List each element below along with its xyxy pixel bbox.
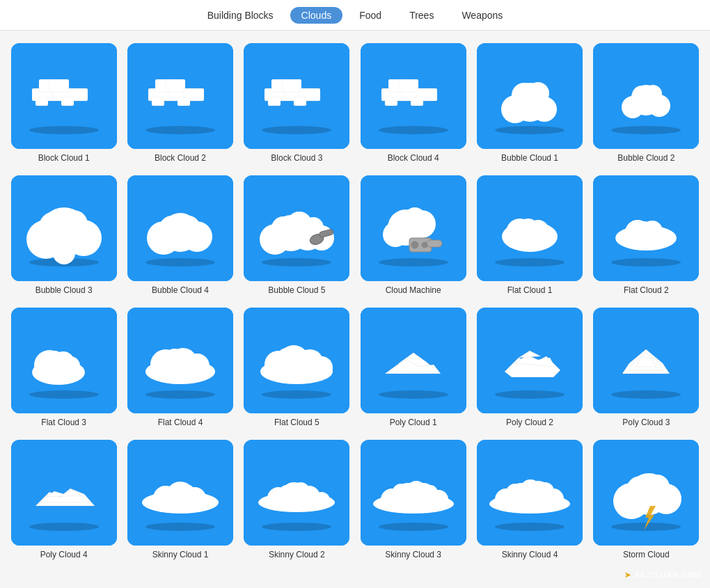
grid-item-skinny-cloud-1[interactable]: Skinny Cloud 1	[122, 434, 238, 566]
nav-clouds[interactable]: Clouds	[290, 7, 343, 24]
svg-point-81	[404, 207, 426, 230]
navigation: Building Blocks Clouds Food Trees Weapon…	[0, 0, 710, 31]
nav-weapons[interactable]: Weapons	[450, 7, 514, 24]
grid-item-block-cloud-1[interactable]: Block Cloud 1	[6, 38, 122, 170]
grid-item-storm-cloud[interactable]: Storm Cloud	[588, 434, 704, 566]
item-label: Poly Cloud 3	[622, 418, 670, 427]
grid-item-bubble-cloud-4[interactable]: Bubble Cloud 4	[122, 170, 238, 302]
svg-point-1	[29, 126, 99, 134]
svg-point-93	[611, 258, 681, 267]
grid-item-cloud-machine[interactable]: Cloud Machine	[355, 170, 471, 302]
svg-rect-32	[399, 79, 418, 92]
thumbnail-bubble-multi	[244, 175, 349, 281]
cloud-grid: Block Cloud 1 Block Cloud 2	[0, 31, 710, 573]
svg-point-155	[313, 492, 330, 509]
item-label: Skinny Cloud 3	[385, 550, 441, 559]
thumbnail-block	[361, 43, 466, 149]
svg-point-110	[184, 353, 210, 379]
svg-point-42	[527, 82, 549, 104]
item-label: Poly Cloud 1	[390, 418, 437, 427]
svg-point-167	[423, 485, 438, 500]
nav-building-blocks[interactable]: Building Blocks	[196, 7, 285, 24]
svg-point-157	[292, 482, 310, 500]
grid-item-flat-cloud-2[interactable]: Flat Cloud 2	[588, 170, 704, 302]
svg-point-113	[262, 390, 331, 399]
grid-item-poly-cloud-2[interactable]: Poly Cloud 2	[471, 302, 587, 434]
svg-point-184	[645, 475, 670, 500]
svg-point-77	[379, 258, 448, 267]
svg-point-87	[495, 258, 565, 267]
item-label: Skinny Cloud 1	[152, 550, 209, 559]
item-label: Bubble Cloud 4	[152, 285, 209, 295]
svg-point-28	[379, 126, 448, 134]
thumbnail-flat4	[127, 308, 233, 413]
svg-point-91	[519, 218, 538, 238]
thumbnail-poly2	[477, 308, 583, 413]
grid-item-block-cloud-3[interactable]: Block Cloud 3	[239, 38, 355, 170]
grid-item-bubble-cloud-5[interactable]: Bubble Cloud 5	[239, 170, 355, 302]
grid-item-poly-cloud-3[interactable]: Poly Cloud 3	[588, 302, 704, 434]
nav-trees[interactable]: Trees	[398, 7, 445, 24]
item-label: Skinny Cloud 2	[269, 550, 325, 559]
thumbnail-block	[11, 43, 117, 149]
grid-item-flat-cloud-3[interactable]: Flat Cloud 3	[6, 302, 122, 434]
svg-point-111	[164, 349, 185, 370]
svg-point-177	[536, 482, 554, 500]
thumbnail-bubble-large	[11, 175, 117, 281]
svg-point-37	[495, 126, 565, 134]
thumbnail-block	[127, 43, 233, 149]
grid-item-bubble-cloud-3[interactable]: Bubble Cloud 3	[6, 170, 122, 302]
svg-point-121	[379, 390, 448, 399]
svg-point-10	[145, 126, 215, 134]
svg-point-44	[611, 126, 681, 134]
svg-point-84	[411, 241, 418, 248]
svg-rect-16	[178, 97, 190, 106]
thumbnail-skinny2	[244, 440, 349, 546]
item-label: Storm Cloud	[623, 550, 670, 559]
thumbnail-bubble-small2	[593, 43, 699, 149]
svg-point-119	[277, 348, 297, 367]
thumbnail-machine	[361, 175, 466, 281]
grid-item-block-cloud-2[interactable]: Block Cloud 2	[122, 38, 238, 170]
thumbnail-bubble-mid	[127, 175, 233, 281]
svg-rect-25	[294, 97, 306, 106]
svg-point-150	[262, 523, 331, 531]
grid-item-poly-cloud-1[interactable]: Poly Cloud 1	[355, 302, 471, 434]
item-label: Block Cloud 4	[388, 153, 439, 163]
svg-rect-8	[36, 97, 48, 106]
grid-item-skinny-cloud-2[interactable]: Skinny Cloud 2	[239, 434, 355, 566]
thumbnail-flat3	[11, 308, 117, 413]
svg-point-142	[145, 523, 215, 531]
grid-item-block-cloud-4[interactable]: Block Cloud 4	[355, 38, 471, 170]
svg-rect-35	[385, 97, 397, 106]
svg-rect-7	[61, 97, 74, 106]
svg-point-57	[53, 242, 75, 264]
grid-item-flat-cloud-5[interactable]: Flat Cloud 5	[239, 302, 355, 434]
svg-point-169	[495, 523, 565, 531]
grid-item-skinny-cloud-4[interactable]: Skinny Cloud 4	[471, 434, 587, 566]
grid-item-bubble-cloud-2[interactable]: Bubble Cloud 2	[588, 38, 704, 170]
item-label: Block Cloud 1	[38, 153, 90, 163]
nav-food[interactable]: Food	[348, 7, 393, 24]
grid-item-flat-cloud-1[interactable]: Flat Cloud 1	[471, 170, 587, 302]
svg-point-59	[145, 258, 215, 267]
svg-point-66	[262, 258, 331, 267]
grid-item-skinny-cloud-3[interactable]: Skinny Cloud 3	[355, 434, 471, 566]
thumbnail-bubble-small	[477, 43, 583, 149]
svg-point-148	[178, 484, 195, 501]
item-label: Cloud Machine	[386, 285, 441, 295]
svg-point-106	[145, 390, 215, 399]
svg-point-19	[262, 126, 331, 134]
grid-item-bubble-cloud-1[interactable]: Bubble Cloud 1	[471, 38, 587, 170]
item-label: Skinny Cloud 4	[502, 550, 558, 559]
thumbnail-poly4	[11, 440, 117, 546]
svg-rect-26	[268, 97, 281, 106]
grid-item-flat-cloud-4[interactable]: Flat Cloud 4	[122, 302, 238, 434]
svg-rect-14	[166, 79, 185, 92]
svg-rect-34	[411, 97, 423, 106]
thumbnail-poly1	[361, 308, 466, 413]
grid-item-poly-cloud-4[interactable]: Poly Cloud 4	[6, 434, 122, 566]
item-label: Poly Cloud 4	[40, 550, 88, 559]
svg-point-97	[636, 221, 653, 238]
svg-point-127	[495, 390, 565, 399]
